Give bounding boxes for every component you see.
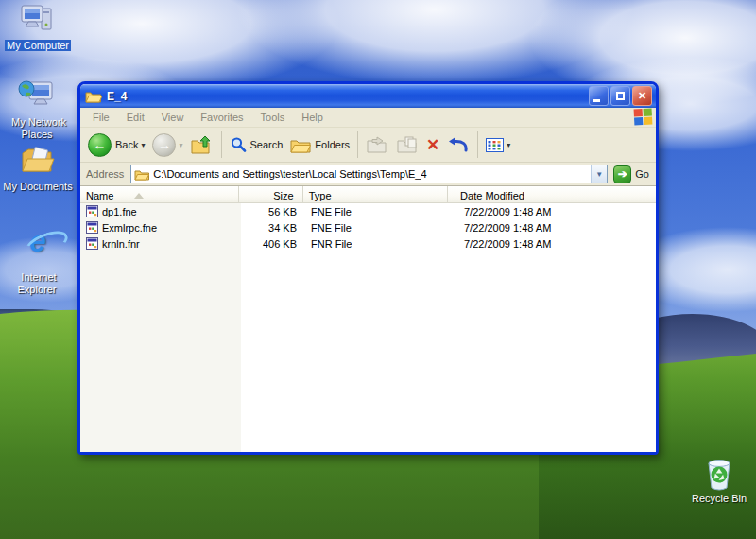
address-bar: Address C:\Documents and Settings\tester… xyxy=(80,163,656,186)
address-input[interactable]: C:\Documents and Settings\tester\Local S… xyxy=(130,165,608,183)
explorer-window: E_4 ✕ File Edit View Favorites Tools Hel… xyxy=(77,81,659,455)
file-type-icon xyxy=(86,237,98,250)
close-button[interactable]: ✕ xyxy=(632,86,652,106)
desktop-icon-label: Recycle Bin xyxy=(690,493,748,504)
copy-to-icon xyxy=(396,136,419,153)
menu-tools[interactable]: Tools xyxy=(252,110,294,125)
column-header-date-modified[interactable]: Date Modified xyxy=(448,186,644,203)
desktop-icon-my-documents[interactable]: My Documents xyxy=(1,144,75,193)
folder-icon xyxy=(85,90,102,103)
file-list: Name Size Type Date Modified dp1.fne xyxy=(80,186,656,452)
go-button[interactable]: ➔ xyxy=(613,165,631,183)
desktop-icon-internet-explorer[interactable]: e Internet Explorer xyxy=(1,225,75,296)
desktop-icon-label: Internet Explorer xyxy=(18,271,59,295)
up-folder-icon xyxy=(191,135,214,154)
go-label: Go xyxy=(635,168,649,180)
menu-bar: File Edit View Favorites Tools Help xyxy=(80,108,656,128)
back-button[interactable]: ← Back ▾ xyxy=(84,131,148,159)
my-documents-icon xyxy=(1,144,75,178)
file-name: dp1.fne xyxy=(102,206,137,217)
menu-file[interactable]: File xyxy=(84,110,118,125)
window-title: E_4 xyxy=(107,90,587,103)
list-header: Name Size Type Date Modified xyxy=(80,186,656,203)
copy-to-button xyxy=(392,134,422,155)
search-button[interactable]: Search xyxy=(226,134,287,155)
maximize-button[interactable] xyxy=(610,86,630,106)
folder-icon xyxy=(134,168,149,181)
menu-edit[interactable]: Edit xyxy=(118,110,153,125)
delete-icon: ✕ xyxy=(426,137,439,153)
move-to-icon xyxy=(366,136,388,153)
my-computer-icon xyxy=(1,3,75,37)
file-date-modified: 7/22/2009 1:48 AM xyxy=(452,238,650,250)
file-name: krnln.fnr xyxy=(102,238,140,250)
file-type-icon xyxy=(86,205,98,217)
menu-view[interactable]: View xyxy=(153,110,193,125)
up-button[interactable] xyxy=(187,133,217,156)
forward-dropdown-icon: ▾ xyxy=(179,141,182,149)
file-type-icon xyxy=(86,221,98,234)
file-date-modified: 7/22/2009 1:48 AM xyxy=(452,222,650,234)
address-path: C:\Documents and Settings\tester\Local S… xyxy=(153,168,591,180)
column-header-filler xyxy=(644,186,656,203)
toolbar: ← Back ▾ → ▾ Search xyxy=(80,128,656,163)
move-to-button xyxy=(362,134,392,155)
file-name: Exmlrpc.fne xyxy=(102,222,157,234)
folders-button[interactable]: Folders xyxy=(286,135,353,155)
desktop-icon-label: My Computer xyxy=(5,40,71,51)
address-dropdown-icon[interactable]: ▼ xyxy=(591,165,607,183)
internet-explorer-icon: e xyxy=(1,225,75,269)
file-row[interactable]: krnln.fnr 406 KB FNR File 7/22/2009 1:48… xyxy=(80,235,656,252)
views-button[interactable]: ▾ xyxy=(482,136,514,154)
title-bar[interactable]: E_4 ✕ xyxy=(80,84,656,108)
file-size: 34 KB xyxy=(241,222,305,234)
address-label: Address xyxy=(86,168,124,180)
forward-button[interactable]: → ▾ xyxy=(148,131,186,159)
file-size: 406 KB xyxy=(241,238,305,250)
menu-help[interactable]: Help xyxy=(293,110,332,125)
file-type: FNR File xyxy=(305,238,452,250)
desktop-icon-label: My Network Places xyxy=(9,116,66,140)
windows-logo-icon xyxy=(634,108,654,126)
forward-icon: → xyxy=(152,133,176,157)
desktop-icon-my-network-places[interactable]: My Network Places xyxy=(1,79,75,141)
views-icon xyxy=(486,138,504,152)
file-row[interactable]: dp1.fne 56 KB FNE File 7/22/2009 1:48 AM xyxy=(80,203,656,219)
file-type: FNE File xyxy=(305,222,452,234)
delete-button[interactable]: ✕ xyxy=(422,135,443,155)
recycle-bin-icon xyxy=(682,456,756,490)
undo-button[interactable] xyxy=(443,133,473,156)
desktop-icon-recycle-bin[interactable]: Recycle Bin xyxy=(682,456,756,505)
toolbar-separator xyxy=(221,131,222,158)
file-type: FNE File xyxy=(305,206,452,217)
back-icon: ← xyxy=(88,133,112,157)
undo-icon xyxy=(447,135,470,154)
minimize-button[interactable] xyxy=(589,86,609,106)
menu-favorites[interactable]: Favorites xyxy=(192,110,251,125)
back-dropdown-icon[interactable]: ▾ xyxy=(141,141,145,149)
column-header-size[interactable]: Size xyxy=(239,186,302,203)
toolbar-separator xyxy=(477,131,478,158)
file-size: 56 KB xyxy=(241,206,305,217)
search-icon xyxy=(230,136,247,153)
file-date-modified: 7/22/2009 1:48 AM xyxy=(452,206,650,217)
my-network-places-icon xyxy=(1,79,75,113)
views-dropdown-icon[interactable]: ▾ xyxy=(507,141,510,149)
file-row[interactable]: Exmlrpc.fne 34 KB FNE File 7/22/2009 1:4… xyxy=(80,219,656,235)
column-header-name[interactable]: Name xyxy=(80,186,239,203)
desktop-icon-label: My Documents xyxy=(1,181,74,192)
folders-icon xyxy=(290,137,311,153)
desktop: My Computer My Network Places My Documen… xyxy=(0,0,756,539)
column-header-type[interactable]: Type xyxy=(303,186,448,203)
desktop-icon-my-computer[interactable]: My Computer xyxy=(1,3,75,52)
sort-ascending-icon xyxy=(134,193,144,199)
toolbar-separator xyxy=(357,131,358,158)
